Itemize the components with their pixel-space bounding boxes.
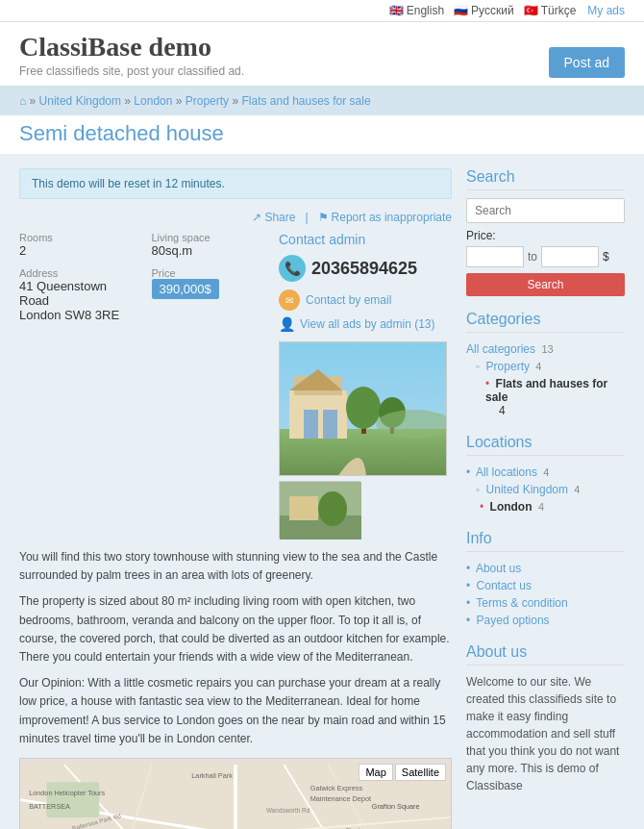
category-flats: • Flats and hauses for sale 4 (485, 375, 625, 419)
sidebar-about: About us Welcome to our site. We created… (466, 643, 625, 794)
price-from-input[interactable] (466, 246, 524, 267)
email-link[interactable]: Contact by email (306, 293, 391, 307)
price-label: Price (152, 267, 265, 279)
property-image-svg (280, 342, 447, 476)
sidebar-locations: Locations • All locations 4 ◦ United Kin… (466, 434, 625, 515)
page-title-section: Semi detached house (0, 115, 644, 154)
location-london-link[interactable]: London (490, 500, 533, 514)
phone-icon: 📞 (279, 255, 306, 282)
info-list: • About us • Contact us • Terms & condit… (466, 560, 625, 629)
desc-para-2: The property is sized about 80 m² includ… (19, 592, 452, 666)
map-mode-button[interactable]: Map (359, 764, 392, 781)
breadcrumb-uk[interactable]: United Kingdom (39, 94, 121, 108)
satellite-mode-button[interactable]: Satellite (395, 764, 446, 781)
email-icon: ✉ (279, 289, 300, 311)
category-all: All categories 13 (466, 340, 625, 358)
flag-icon: ⚑ (318, 211, 329, 224)
property-images (279, 341, 452, 539)
sidebar-search-title: Search (466, 168, 625, 190)
currency-label: $ (603, 250, 609, 264)
info-terms-link[interactable]: Terms & condition (476, 596, 567, 610)
rooms-livingspace-row: Rooms 2 Living space 80sq.m (19, 232, 264, 258)
location-all-link[interactable]: All locations (476, 465, 537, 479)
desc-para-3: Our Opinion: With a little cosmetic repa… (19, 674, 452, 748)
living-space-item: Living space 80sq.m (152, 232, 265, 258)
info-about-us-link[interactable]: About us (476, 562, 521, 575)
sidebar-search: Search Price: to $ Search (466, 168, 625, 296)
desc-para-1: You will find this two story townhouse w… (19, 548, 452, 585)
locations-list: • All locations 4 ◦ United Kingdom 4 • L… (466, 464, 625, 515)
location-all: • All locations 4 (466, 464, 625, 481)
property-thumbnail-1[interactable] (279, 481, 360, 539)
rooms-value: 2 (19, 243, 133, 258)
language-selector: 🇬🇧 English 🇷🇺 Русский 🇹🇷 Türkçe (389, 4, 577, 17)
svg-rect-6 (323, 410, 337, 439)
post-ad-button[interactable]: Post ad (549, 47, 625, 78)
report-link[interactable]: ⚑ Report as inappropriate (318, 211, 452, 224)
ad-details-block: Contact admin 📞 20365894625 ✉ Contact by… (19, 232, 452, 758)
loc-bullet-2: ◦ (476, 483, 480, 496)
breadcrumb-category[interactable]: Flats and hauses for sale (241, 94, 370, 108)
property-thumbnails (279, 481, 452, 539)
view-all-ads-link[interactable]: View all ads by admin (13) (300, 317, 435, 331)
svg-text:BATTERSEA: BATTERSEA (29, 802, 70, 811)
search-button[interactable]: Search (466, 273, 625, 296)
sidebar: Search Price: to $ Search Categories All… (466, 168, 625, 829)
breadcrumb-home[interactable]: ⌂ (19, 94, 26, 108)
sidebar-categories: Categories All categories 13 ◦ Property … (466, 311, 625, 419)
my-ads-link[interactable]: My ads (587, 4, 625, 17)
sidebar-about-title: About us (466, 643, 625, 666)
svg-text:Maintenance Depot: Maintenance Depot (310, 794, 371, 803)
info-contact-us-link[interactable]: Contact us (477, 579, 532, 592)
contact-email-link[interactable]: ✉ Contact by email (279, 289, 452, 311)
category-flats-link[interactable]: Flats and hauses for sale (485, 377, 607, 404)
lang-russian[interactable]: 🇷🇺 Русский (454, 4, 514, 17)
rooms-item: Rooms 2 (19, 232, 133, 258)
breadcrumb: ⌂ » United Kingdom » London » Property »… (0, 87, 644, 115)
info-payed-link[interactable]: Payed options (477, 614, 550, 627)
person-icon: 👤 (279, 316, 295, 332)
cat-active-bullet: • (485, 377, 489, 390)
site-title: ClassiBase demo (19, 32, 244, 63)
svg-rect-14 (289, 496, 318, 520)
breadcrumb-london[interactable]: London (134, 94, 172, 108)
rooms-label: Rooms (19, 232, 133, 243)
price-to-input[interactable] (541, 246, 599, 267)
map-container[interactable]: Battersea Park Rd Wandsworth Rd Queensto… (19, 758, 452, 829)
about-text: Welcome to our site. We created this cla… (466, 673, 625, 794)
svg-text:Grafton Square: Grafton Square (372, 802, 420, 811)
main-container: This demo will be reset in 12 minutes. ↗… (0, 154, 644, 829)
contact-phone: 📞 20365894625 (279, 255, 452, 282)
price-item: Price 390,000$ (152, 267, 265, 322)
phone-number: 20365894625 (311, 259, 417, 279)
share-link[interactable]: ↗ Share (252, 211, 295, 224)
category-property-link[interactable]: Property (486, 360, 530, 373)
location-uk: ◦ United Kingdom 4 (476, 481, 625, 498)
living-space-label: Living space (152, 232, 265, 243)
price-range-row: to $ (466, 246, 625, 267)
living-space-value: 80sq.m (152, 243, 265, 258)
svg-point-8 (346, 387, 381, 429)
svg-rect-25 (46, 782, 99, 817)
share-icon: ↗ (252, 211, 261, 224)
price-badge: 390,000$ (152, 279, 219, 299)
lang-english[interactable]: 🇬🇧 English (389, 4, 444, 17)
info-payed: • Payed options (466, 612, 625, 629)
category-all-count: 13 (541, 343, 553, 355)
lang-turkish[interactable]: 🇹🇷 Türkçe (524, 4, 577, 17)
sidebar-categories-title: Categories (466, 311, 625, 333)
location-london: • London 4 (480, 498, 625, 515)
location-uk-link[interactable]: United Kingdom (486, 483, 568, 496)
header-main: ClassiBase demo Free classifieds site, p… (0, 22, 644, 86)
svg-text:Gatwick Express: Gatwick Express (310, 784, 363, 792)
search-input[interactable] (466, 198, 625, 223)
content-area: This demo will be reset in 12 minutes. ↗… (19, 168, 452, 829)
site-subtitle: Free classifieds site, post your classif… (19, 64, 244, 78)
category-all-link[interactable]: All categories (466, 342, 535, 356)
breadcrumb-property[interactable]: Property (186, 94, 229, 108)
share-bar: ↗ Share | ⚑ Report as inappropriate (19, 211, 452, 224)
contact-panel: Contact admin 📞 20365894625 ✉ Contact by… (279, 232, 452, 539)
page-title: Semi detached house (19, 121, 625, 146)
description: You will find this two story townhouse w… (19, 548, 452, 748)
view-all-ads[interactable]: 👤 View all ads by admin (13) (279, 316, 452, 332)
